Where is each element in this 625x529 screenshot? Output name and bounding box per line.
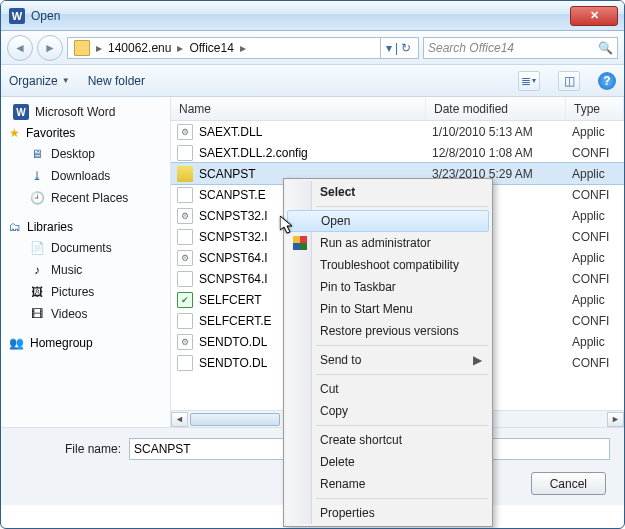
desktop-icon: 🖥 [29,146,45,162]
menu-item-pin-start[interactable]: Pin to Start Menu [286,298,490,320]
open-dialog: W Open ✕ ◄ ► ▸ 140062.enu ▸ Office14 ▸ ▾… [0,0,625,529]
sidebar-item-pictures[interactable]: 🖼Pictures [1,281,170,303]
chevron-right-icon: ▸ [238,41,248,55]
nav-back-button[interactable]: ◄ [7,35,33,61]
sidebar-item-word[interactable]: WMicrosoft Word [1,101,170,123]
menu-item-pin-taskbar[interactable]: Pin to Taskbar [286,276,490,298]
menu-item-cut[interactable]: Cut [286,378,490,400]
menu-item-copy[interactable]: Copy [286,400,490,422]
address-bar[interactable]: ▸ 140062.enu ▸ Office14 ▸ ▾ | ↻ [67,37,419,59]
menu-item-delete[interactable]: Delete [286,451,490,473]
sidebar-group-favorites[interactable]: ★Favorites [1,123,170,143]
nav-forward-button[interactable]: ► [37,35,63,61]
breadcrumb-2[interactable]: Office14 [185,41,237,55]
downloads-icon: ⤓ [29,168,45,184]
word-app-icon: W [9,8,25,24]
window-title: Open [31,9,570,23]
sidebar-group-libraries[interactable]: 🗂Libraries [1,217,170,237]
menu-separator [316,345,488,346]
menu-item-restore-versions[interactable]: Restore previous versions [286,320,490,342]
close-button[interactable]: ✕ [570,6,618,26]
libraries-icon: 🗂 [9,220,21,234]
videos-icon: 🎞 [29,306,45,322]
scroll-right-icon[interactable]: ► [607,412,624,427]
shield-icon [292,235,308,251]
cancel-button[interactable]: Cancel [531,472,606,495]
column-date[interactable]: Date modified [426,97,566,120]
column-headers: Name Date modified Type [171,97,624,121]
menu-separator [316,498,488,499]
file-row[interactable]: SAEXT.DLL.2.config12/8/2010 1:08 AMCONFI [171,142,624,163]
new-folder-button[interactable]: New folder [88,74,145,88]
menu-separator [316,425,488,426]
config-icon [177,313,193,329]
recent-icon: 🕘 [29,190,45,206]
preview-pane-button[interactable]: ◫ [558,71,580,91]
word-icon: W [13,104,29,120]
titlebar: W Open ✕ [1,1,624,31]
documents-icon: 📄 [29,240,45,256]
column-type[interactable]: Type [566,97,624,120]
homegroup-icon: 👥 [9,336,24,350]
menu-item-select[interactable]: Select [286,181,490,203]
column-name[interactable]: Name [171,97,426,120]
sidebar-item-videos[interactable]: 🎞Videos [1,303,170,325]
search-icon: 🔍 [598,41,613,55]
address-dropdown[interactable]: ▾ | ↻ [380,37,416,59]
exe-icon [177,166,193,182]
menu-item-create-shortcut[interactable]: Create shortcut [286,429,490,451]
menu-item-run-as-admin[interactable]: Run as administrator [286,232,490,254]
config-icon [177,229,193,245]
star-icon: ★ [9,126,20,140]
config-icon [177,355,193,371]
chevron-right-icon: ▸ [94,41,104,55]
menu-item-send-to[interactable]: Send to▶ [286,349,490,371]
navigation-bar: ◄ ► ▸ 140062.enu ▸ Office14 ▸ ▾ | ↻ Sear… [1,31,624,65]
submenu-arrow-icon: ▶ [473,353,482,367]
chevron-right-icon: ▸ [175,41,185,55]
sidebar-item-documents[interactable]: 📄Documents [1,237,170,259]
context-menu: Select Open Run as administrator Trouble… [283,178,493,527]
file-row[interactable]: ⚙SAEXT.DLL1/10/2010 5:13 AMApplic [171,121,624,142]
music-icon: ♪ [29,262,45,278]
dll-icon: ⚙ [177,250,193,266]
sidebar-item-downloads[interactable]: ⤓Downloads [1,165,170,187]
sidebar-item-music[interactable]: ♪Music [1,259,170,281]
dll-icon: ⚙ [177,334,193,350]
sidebar-item-desktop[interactable]: 🖥Desktop [1,143,170,165]
menu-separator [316,206,488,207]
menu-item-properties[interactable]: Properties [286,502,490,524]
pictures-icon: 🖼 [29,284,45,300]
scroll-left-icon[interactable]: ◄ [171,412,188,427]
menu-item-rename[interactable]: Rename [286,473,490,495]
scroll-thumb[interactable] [190,413,280,426]
search-input[interactable]: Search Office14 🔍 [423,37,618,59]
dll-icon: ⚙ [177,124,193,140]
menu-item-open[interactable]: Open [287,210,489,232]
breadcrumb-1[interactable]: 140062.enu [104,41,175,55]
dll-icon: ⚙ [177,208,193,224]
sidebar: WMicrosoft Word ★Favorites 🖥Desktop ⤓Dow… [1,97,171,427]
menu-separator [316,374,488,375]
sidebar-item-homegroup[interactable]: 👥Homegroup [1,333,170,353]
help-icon[interactable]: ? [598,72,616,90]
folder-icon [74,40,90,56]
config-icon [177,187,193,203]
search-placeholder: Search Office14 [428,41,514,55]
sidebar-item-recent[interactable]: 🕘Recent Places [1,187,170,209]
menu-item-troubleshoot[interactable]: Troubleshoot compatibility [286,254,490,276]
cert-icon: ✔ [177,292,193,308]
config-icon [177,145,193,161]
organize-button[interactable]: Organize ▼ [9,74,70,88]
view-options-button[interactable]: ≣ ▼ [518,71,540,91]
toolbar: Organize ▼ New folder ≣ ▼ ◫ ? [1,65,624,97]
filename-label: File name: [15,442,121,456]
config-icon [177,271,193,287]
